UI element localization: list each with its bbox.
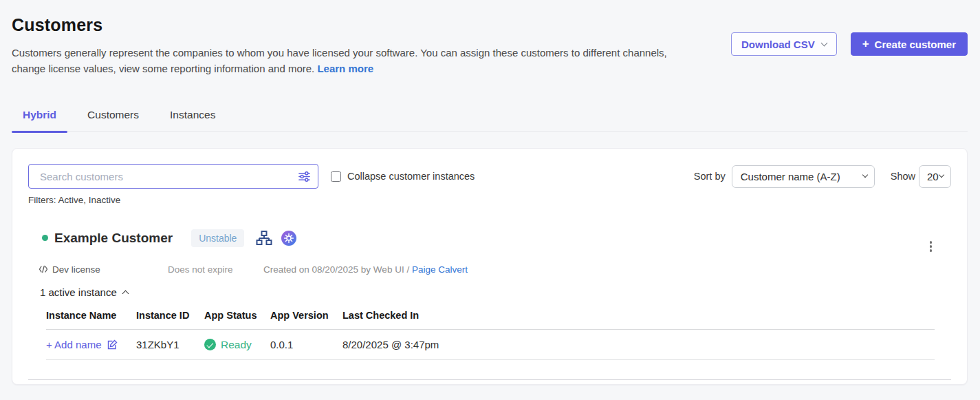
sort-select[interactable]: Customer name (A-Z) [732, 165, 875, 188]
create-customer-button[interactable]: + Create customer [851, 32, 968, 56]
license-type-label: Dev license [52, 264, 100, 275]
show-select[interactable]: 20 [919, 165, 951, 188]
sort-controls: Sort by Customer name (A-Z) Show 20 [694, 165, 951, 188]
tab-hybrid[interactable]: Hybrid [12, 109, 67, 131]
search-input[interactable] [28, 164, 318, 189]
customers-card: Collapse customer instances Sort by Cust… [12, 148, 968, 385]
install-type-icons [256, 230, 296, 246]
show-control: Show 20 [891, 165, 951, 188]
check-circle-icon [204, 339, 216, 350]
collapse-instances-checkbox[interactable] [331, 171, 341, 182]
created-by-link[interactable]: Paige Calvert [412, 264, 468, 275]
instances-table: Instance Name Instance ID App Status App… [46, 310, 935, 360]
tab-customers[interactable]: Customers [76, 109, 150, 131]
customer-item: Example Customer Unstable [28, 222, 951, 380]
instance-row: + Add name 31ZKbY1 Ready 0.0.1 [46, 330, 935, 360]
collapse-instances-label: Collapse customer instances [347, 171, 475, 182]
tab-bar: Hybrid Customers Instances [12, 109, 968, 132]
add-name-link[interactable]: + Add name [46, 339, 101, 350]
chevron-down-icon [939, 172, 944, 178]
show-select-value: 20 [927, 171, 939, 182]
col-last-checked-in: Last Checked In [342, 310, 935, 321]
customer-bottom-divider [28, 379, 951, 380]
channel-badge: Unstable [191, 229, 244, 247]
col-instance-id: Instance ID [136, 310, 204, 321]
instances-summary-toggle[interactable]: 1 active instance [40, 286, 951, 298]
col-app-status: App Status [204, 310, 270, 321]
instances-table-header: Instance Name Instance ID App Status App… [46, 310, 935, 330]
col-instance-name: Instance Name [46, 310, 136, 321]
active-status-dot [42, 235, 48, 241]
col-app-version: App Version [270, 310, 342, 321]
instance-name-cell: + Add name [46, 339, 136, 350]
search-wrap [28, 164, 318, 189]
license-info-row: Dev license Does not expire Created on 0… [39, 264, 951, 275]
tab-instances[interactable]: Instances [159, 109, 226, 131]
download-csv-label: Download CSV [741, 39, 815, 50]
page-description: Customers generally represent the compan… [12, 45, 675, 76]
customer-header-row: Example Customer Unstable [42, 222, 951, 254]
chevron-up-icon [122, 291, 129, 297]
instances-summary-label: 1 active instance [40, 286, 117, 298]
kubernetes-icon [281, 231, 296, 246]
collapse-instances-control: Collapse customer instances [331, 171, 475, 182]
license-expiration: Does not expire [168, 264, 263, 275]
show-label: Show [891, 171, 915, 182]
edit-icon[interactable] [107, 339, 118, 350]
app-status-text: Ready [221, 339, 252, 351]
license-created: Created on 08/20/2025 by Web UI / Paige … [263, 264, 468, 275]
chevron-down-icon [862, 172, 867, 178]
toolbar: Collapse customer instances Sort by Cust… [28, 164, 951, 189]
page-title: Customers [12, 15, 968, 34]
sort-by-label: Sort by [694, 171, 726, 182]
customer-name[interactable]: Example Customer [54, 231, 173, 246]
customer-actions-menu[interactable] [928, 239, 935, 254]
sort-select-value: Customer name (A-Z) [741, 171, 840, 182]
sitemap-icon [256, 230, 272, 246]
customers-page: Customers Customers generally represent … [0, 0, 980, 385]
download-csv-button[interactable]: Download CSV [731, 32, 837, 56]
created-text: Created on 08/20/2025 by Web UI / [263, 264, 412, 275]
app-version-cell: 0.0.1 [270, 339, 342, 350]
chevron-down-icon [820, 39, 827, 46]
instance-id-cell: 31ZKbY1 [136, 339, 204, 350]
learn-more-link[interactable]: Learn more [317, 63, 373, 74]
active-filters-text: Filters: Active, Inactive [28, 195, 951, 205]
filter-sliders-icon[interactable] [298, 170, 311, 183]
create-customer-label: Create customer [875, 39, 956, 50]
last-checked-in-cell: 8/20/2025 @ 3:47pm [342, 339, 935, 350]
license-type: Dev license [39, 264, 168, 275]
plus-icon: + [862, 37, 869, 51]
header-actions: Download CSV + Create customer [731, 32, 968, 56]
app-status-cell: Ready [204, 339, 270, 351]
code-icon [39, 265, 48, 273]
